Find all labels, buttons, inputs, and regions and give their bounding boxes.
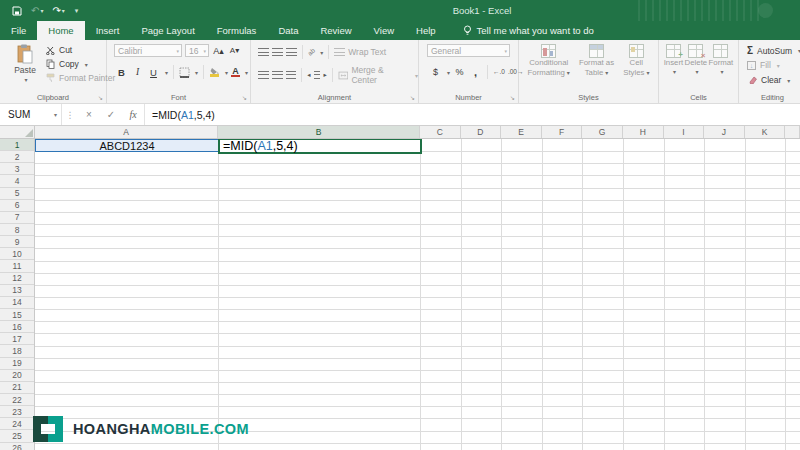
italic-button[interactable]: I <box>131 66 144 79</box>
format-cells-button[interactable]: Format ▾ <box>709 44 734 76</box>
row-header-9[interactable]: 9 <box>0 236 34 248</box>
percent-style-button[interactable]: % <box>453 66 466 79</box>
select-all-button[interactable] <box>0 126 35 139</box>
format-painter-button[interactable]: Format Painter <box>46 73 115 83</box>
row-header-13[interactable]: 13 <box>0 285 34 297</box>
fill-dropdown-icon[interactable]: ▾ <box>777 62 780 69</box>
tab-data[interactable]: Data <box>267 21 309 40</box>
autosum-button[interactable]: Σ AutoSum ▾ <box>747 45 800 56</box>
column-header-i[interactable]: I <box>664 126 705 138</box>
underline-button[interactable]: U <box>147 66 160 79</box>
fill-color-dropdown-icon[interactable]: ▾ <box>225 69 228 76</box>
number-format-dropdown-icon[interactable]: ▾ <box>504 48 507 54</box>
row-header-4[interactable]: 4 <box>0 175 34 187</box>
column-header-e[interactable]: E <box>501 126 542 138</box>
format-dropdown-icon[interactable]: ▾ <box>720 69 723 76</box>
undo-icon[interactable]: ↶▾ <box>31 6 43 16</box>
number-dialog-launcher-icon[interactable]: ↘ <box>510 95 515 101</box>
tab-formulas[interactable]: Formulas <box>206 21 268 40</box>
row-header-17[interactable]: 17 <box>0 333 34 345</box>
number-format-combo[interactable]: General ▾ <box>427 44 510 57</box>
align-right-icon[interactable] <box>286 71 297 79</box>
align-center-icon[interactable] <box>272 71 283 79</box>
increase-indent-icon[interactable]: ▸ <box>323 72 326 79</box>
row-header-1[interactable]: 1 <box>0 139 34 151</box>
fill-color-button[interactable] <box>209 67 220 77</box>
tell-me-box[interactable]: Tell me what you want to do <box>463 21 594 40</box>
cut-button[interactable]: Cut <box>46 45 72 55</box>
row-header-8[interactable]: 8 <box>0 224 34 236</box>
row-header-21[interactable]: 21 <box>0 382 34 394</box>
font-color-button[interactable]: A <box>231 67 240 78</box>
tab-page-layout[interactable]: Page Layout <box>130 21 205 40</box>
row-header-25[interactable]: 25 <box>0 430 34 442</box>
borders-button[interactable] <box>179 67 190 78</box>
tab-help[interactable]: Help <box>405 21 447 40</box>
row-header-12[interactable]: 12 <box>0 273 34 285</box>
row-header-11[interactable]: 11 <box>0 260 34 272</box>
column-header-b[interactable]: B <box>218 126 420 138</box>
paste-button[interactable]: Paste ▾ <box>8 44 42 83</box>
cancel-button[interactable]: × <box>78 104 100 125</box>
column-header-partial[interactable] <box>785 126 800 138</box>
column-header-j[interactable]: J <box>704 126 745 138</box>
column-header-h[interactable]: H <box>623 126 664 138</box>
increase-decimal-button[interactable]: ←.0 <box>493 69 505 76</box>
format-as-table-button[interactable]: Format as Table▾ <box>579 44 614 78</box>
row-header-16[interactable]: 16 <box>0 321 34 333</box>
redo-dropdown-icon[interactable]: ▾ <box>62 8 65 14</box>
fill-button[interactable]: ↓ Fill ▾ <box>747 60 780 70</box>
row-header-2[interactable]: 2 <box>0 151 34 163</box>
borders-dropdown-icon[interactable]: ▾ <box>195 69 198 76</box>
font-size-combo[interactable]: 16 ▾ <box>185 44 209 57</box>
customize-qat-icon[interactable]: ▾ <box>74 7 79 14</box>
bold-button[interactable]: B <box>115 66 128 79</box>
column-header-f[interactable]: F <box>542 126 583 138</box>
save-icon[interactable] <box>12 6 22 16</box>
middle-align-icon[interactable] <box>272 48 283 56</box>
copy-dropdown-icon[interactable]: ▾ <box>85 61 88 68</box>
wrap-text-button[interactable]: Wrap Text <box>334 47 386 57</box>
delete-dropdown-icon[interactable]: ▾ <box>695 69 698 76</box>
insert-function-button[interactable]: fx <box>122 104 144 125</box>
column-header-a[interactable]: A <box>35 126 218 138</box>
column-header-c[interactable]: C <box>420 126 461 138</box>
orientation-dropdown-icon[interactable]: ▾ <box>320 49 323 56</box>
merge-center-dropdown-icon[interactable]: ▾ <box>415 72 418 79</box>
underline-dropdown-icon[interactable]: ▾ <box>165 69 168 76</box>
top-align-icon[interactable] <box>258 48 269 56</box>
accounting-format-button[interactable]: $ <box>429 66 442 79</box>
row-header-22[interactable]: 22 <box>0 394 34 406</box>
column-header-k[interactable]: K <box>745 126 786 138</box>
bottom-align-icon[interactable] <box>286 48 297 56</box>
font-color-dropdown-icon[interactable]: ▾ <box>245 69 248 76</box>
insert-dropdown-icon[interactable]: ▾ <box>673 69 676 76</box>
name-box-dropdown-icon[interactable]: ▾ <box>54 111 57 118</box>
grow-font-button[interactable]: A▴ <box>212 44 225 57</box>
clear-dropdown-icon[interactable]: ▾ <box>787 77 790 84</box>
merge-center-button[interactable]: Merge & Center ▾ <box>338 65 418 85</box>
enter-button[interactable]: ✓ <box>100 104 122 125</box>
formula-bar-resize-handle[interactable]: ⋮ <box>62 104 78 125</box>
shrink-font-button[interactable]: A▾ <box>228 44 241 57</box>
row-header-7[interactable]: 7 <box>0 212 34 224</box>
tab-view[interactable]: View <box>363 21 405 40</box>
row-header-20[interactable]: 20 <box>0 370 34 382</box>
row-header-15[interactable]: 15 <box>0 309 34 321</box>
name-box[interactable]: SUM ▾ <box>0 104 62 125</box>
font-dialog-launcher-icon[interactable]: ↘ <box>242 95 247 101</box>
row-header-24[interactable]: 24 <box>0 418 34 430</box>
delete-cells-button[interactable]: × Delete ▾ <box>685 44 708 76</box>
insert-cells-button[interactable]: + Insert ▾ <box>664 44 684 76</box>
paste-dropdown-icon[interactable]: ▾ <box>24 76 27 83</box>
font-name-dropdown-icon[interactable]: ▾ <box>176 48 179 54</box>
row-header-26[interactable]: 26 <box>0 443 34 450</box>
font-size-dropdown-icon[interactable]: ▾ <box>203 48 206 54</box>
tab-file[interactable]: File <box>0 21 37 40</box>
cell-styles-button[interactable]: Cell Styles▾ <box>623 44 649 78</box>
column-header-g[interactable]: G <box>582 126 623 138</box>
row-header-6[interactable]: 6 <box>0 200 34 212</box>
clipboard-dialog-launcher-icon[interactable]: ↘ <box>98 95 103 101</box>
align-left-icon[interactable] <box>258 71 269 79</box>
cell-b1-editing[interactable]: =MID(A1,5,4) <box>218 139 422 154</box>
